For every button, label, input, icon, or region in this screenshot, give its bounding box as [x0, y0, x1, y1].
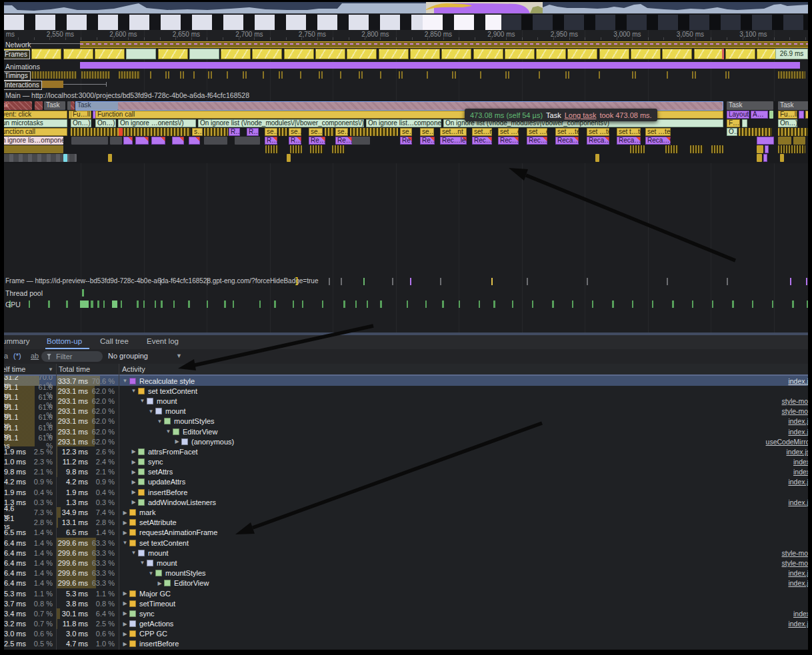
activity-name[interactable]: Major GC: [139, 590, 171, 598]
flame-bar[interactable]: Layout: [727, 111, 749, 119]
activity-name[interactable]: setAttrs: [148, 468, 173, 476]
activity-name[interactable]: attrsFromFacet: [148, 448, 198, 456]
table-row[interactable]: 13.1 ms2.8 %13.1 ms2.8 %▶setAttribute: [0, 518, 812, 528]
table-row[interactable]: 3.0 ms0.6 %3.0 ms0.6 %▶CPP GC: [0, 629, 812, 639]
timings-marker[interactable]: [150, 71, 151, 79]
timeline-ruler[interactable]: ms2,550 ms2,600 ms2,650 ms2,700 ms2,750 …: [4, 30, 808, 40]
frame-cell[interactable]: [567, 49, 597, 59]
filter-input[interactable]: [55, 352, 97, 361]
table-row[interactable]: 3.7 ms0.8 %3.8 ms0.8 %▶setTimeout: [0, 598, 812, 608]
activity-name[interactable]: mountStyles: [174, 417, 215, 425]
network-activity-bar[interactable]: [80, 41, 808, 48]
table-row[interactable]: 6.4 ms1.4 %299.6 ms63.3 %▼mountstyle-mod: [0, 558, 812, 568]
source-link[interactable]: style-mod: [776, 407, 812, 415]
flame-bar[interactable]: [123, 137, 133, 145]
flame-bar[interactable]: Fu…ll: [778, 111, 797, 119]
frame-track-label[interactable]: Frame — https://id-preview--bd53fd9d-728…: [5, 277, 318, 285]
timings-marker[interactable]: [340, 71, 341, 79]
flame-bar[interactable]: se…t: [289, 128, 301, 136]
expand-icon[interactable]: ▶: [130, 499, 137, 505]
timings-marker[interactable]: [281, 71, 283, 79]
tab-event-log[interactable]: Event log: [147, 337, 179, 345]
timings-marker[interactable]: [692, 71, 693, 79]
flame-bar[interactable]: On…): [95, 119, 116, 127]
activity-name[interactable]: CPP GC: [139, 630, 167, 638]
activity-name[interactable]: setAttribute: [139, 518, 177, 526]
frame-cell[interactable]: [441, 49, 471, 59]
timings-marker[interactable]: [321, 71, 323, 79]
thread-pool-event[interactable]: [82, 289, 84, 297]
frame-cell[interactable]: [63, 49, 93, 59]
flame-bar[interactable]: Rec…yle: [498, 137, 519, 145]
flame-bar[interactable]: R…e: [265, 137, 277, 145]
flame-bar[interactable]: [204, 128, 228, 136]
expand-icon[interactable]: ▶: [121, 631, 129, 637]
flame-bar[interactable]: [350, 128, 398, 136]
flame-bar[interactable]: [778, 145, 805, 153]
flame-bar[interactable]: [151, 137, 165, 145]
total-time-header[interactable]: Total time: [59, 365, 90, 373]
table-row[interactable]: 1.9 ms0.4 %1.9 ms0.4 %▶insertBefore: [0, 487, 812, 497]
timings-marker[interactable]: [508, 71, 509, 79]
flame-bar[interactable]: set …ent: [498, 128, 519, 136]
activity-name[interactable]: Recalculate style: [139, 377, 195, 385]
table-row[interactable]: 3.4 ms0.7 %30.1 ms6.4 %▶syncindex.: [0, 608, 812, 618]
flame-bar[interactable]: [279, 128, 287, 136]
timings-marker[interactable]: [452, 71, 453, 79]
flame-bar[interactable]: Reca…yle: [645, 137, 671, 145]
table-row[interactable]: 9.8 ms2.1 %9.8 ms2.1 %▶setAttrsindex.: [0, 467, 812, 477]
timings-marker[interactable]: [539, 71, 540, 79]
column-divider[interactable]: [56, 364, 57, 650]
activity-name[interactable]: EditorView: [183, 428, 217, 436]
flame-bar[interactable]: [287, 154, 291, 162]
flame-bar[interactable]: [765, 145, 769, 153]
frame-cell[interactable]: [662, 49, 692, 59]
timings-marker[interactable]: [243, 71, 244, 79]
activity-name[interactable]: sync: [139, 610, 155, 618]
main-thread-label[interactable]: Main — http://localhost:3000/projects/bd…: [5, 91, 249, 99]
timings-marker[interactable]: [568, 71, 569, 79]
activity-name[interactable]: EditorView: [174, 579, 209, 587]
table-row[interactable]: 6.4 ms1.4 %299.6 ms63.3 %▼mountStylesind…: [0, 568, 812, 578]
flame-bar[interactable]: [71, 128, 191, 136]
tab-call-tree[interactable]: Call tree: [100, 337, 129, 345]
timings-marker[interactable]: [193, 71, 195, 79]
expand-icon[interactable]: ▶: [130, 489, 137, 495]
flame-bar[interactable]: set …tent: [645, 128, 671, 136]
expand-icon[interactable]: ▶: [130, 448, 137, 454]
timings-marker[interactable]: [319, 71, 320, 79]
flame-bar[interactable]: [690, 145, 703, 153]
frame-cell[interactable]: [536, 49, 566, 59]
flame-bar[interactable]: F…l: [727, 119, 740, 127]
timings-marker[interactable]: [695, 71, 696, 79]
frame-cell[interactable]: [505, 49, 535, 59]
collapse-icon[interactable]: ▼: [139, 398, 146, 404]
frame-cell[interactable]: [158, 49, 188, 59]
frame-cell[interactable]: [284, 49, 314, 59]
flame-bar[interactable]: R…e: [289, 137, 301, 145]
frame-cell[interactable]: [631, 49, 661, 59]
activity-name[interactable]: insertBefore: [148, 488, 187, 496]
flame-bar[interactable]: [332, 145, 345, 153]
table-row[interactable]: 5.3 ms1.1 %5.3 ms1.1 %▶Major GC: [0, 588, 812, 598]
tab-bottom-up[interactable]: Bottom-up: [47, 337, 82, 345]
match-whole-word-icon[interactable]: ab: [31, 352, 39, 360]
flame-bar[interactable]: [265, 145, 279, 153]
flame-bar[interactable]: [172, 137, 184, 145]
flame-bar[interactable]: [793, 137, 805, 145]
flame-bar[interactable]: set…nt: [440, 128, 467, 136]
match-case-icon[interactable]: a: [4, 352, 8, 360]
timings-marker[interactable]: [399, 71, 400, 79]
timings-marker[interactable]: [300, 71, 301, 79]
flame-bar[interactable]: [71, 137, 108, 145]
timings-marker[interactable]: [359, 71, 360, 79]
flame-bar[interactable]: vent: click: [0, 111, 67, 119]
source-link[interactable]: useCodeMirror: [761, 438, 812, 446]
expand-icon[interactable]: ▶: [156, 580, 163, 586]
expand-icon[interactable]: ▶: [121, 610, 129, 616]
activity-name[interactable]: set textContent: [148, 387, 197, 395]
flame-bar[interactable]: se…t: [309, 128, 323, 136]
flame-bar[interactable]: set…nt: [472, 128, 492, 136]
flame-bar[interactable]: [742, 119, 747, 127]
activity-name[interactable]: updateAttrs: [148, 478, 185, 486]
